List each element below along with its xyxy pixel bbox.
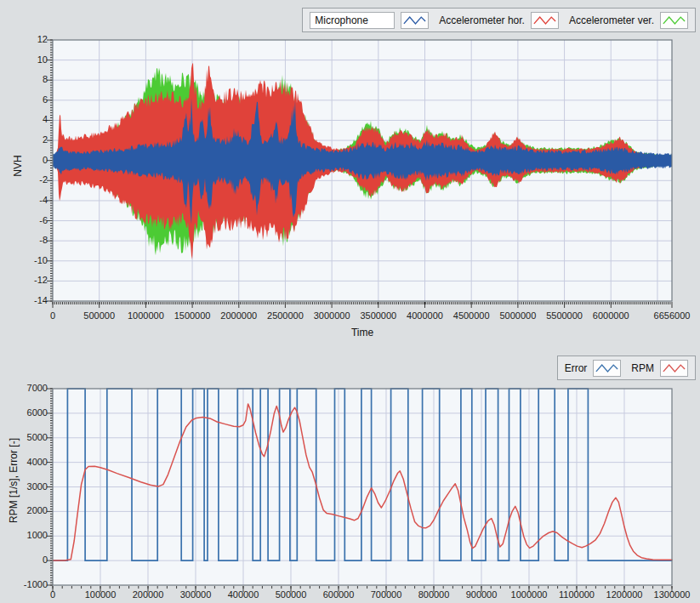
bottom-chart-y-axis-title: RPM [1/s], Error [-] — [8, 429, 20, 532]
top-chart-y-axis-title: NVH — [12, 147, 24, 185]
legend-label-accel-hor: Accelerometer hor. — [439, 14, 525, 26]
accel-ver-line-sample-icon[interactable] — [660, 12, 688, 29]
plot-name-input[interactable]: Microphone — [310, 12, 395, 29]
microphone-line-sample-icon[interactable] — [401, 12, 429, 29]
legend-label-rpm: RPM — [631, 362, 654, 374]
top-chart-x-axis-title: Time — [337, 327, 388, 338]
bottom-chart-legend: Error RPM — [557, 356, 696, 380]
accel-hor-line-sample-icon[interactable] — [531, 12, 559, 29]
measurement-panel: Microphone Accelerometer hor. Accelerome… — [0, 0, 700, 603]
top-chart-legend: Microphone Accelerometer hor. Accelerome… — [302, 8, 696, 32]
error-line-sample-icon[interactable] — [593, 360, 621, 377]
nvh-waveform-graph[interactable] — [43, 34, 676, 315]
plot-name-text: Microphone — [315, 14, 368, 26]
legend-label-error: Error — [565, 362, 588, 374]
rpm-line-sample-icon[interactable] — [660, 360, 688, 377]
legend-label-accel-ver: Accelerometer ver. — [569, 14, 654, 26]
rpm-error-graph[interactable] — [43, 383, 676, 597]
